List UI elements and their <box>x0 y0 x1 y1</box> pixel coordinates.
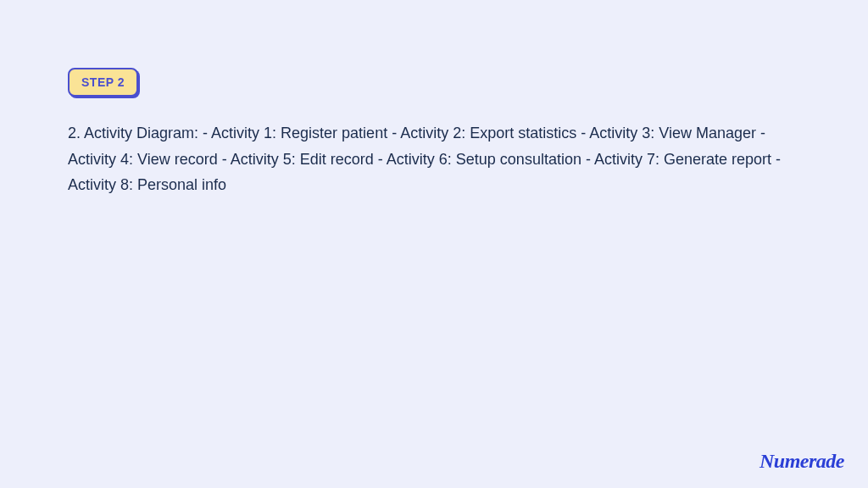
body-text: 2. Activity Diagram: - Activity 1: Regis… <box>68 120 800 198</box>
step-badge: STEP 2 <box>68 68 138 97</box>
step-badge-label: STEP 2 <box>81 75 125 89</box>
slide-content: STEP 2 2. Activity Diagram: - Activity 1… <box>0 0 868 198</box>
brand-logo: Numerade <box>760 450 844 473</box>
